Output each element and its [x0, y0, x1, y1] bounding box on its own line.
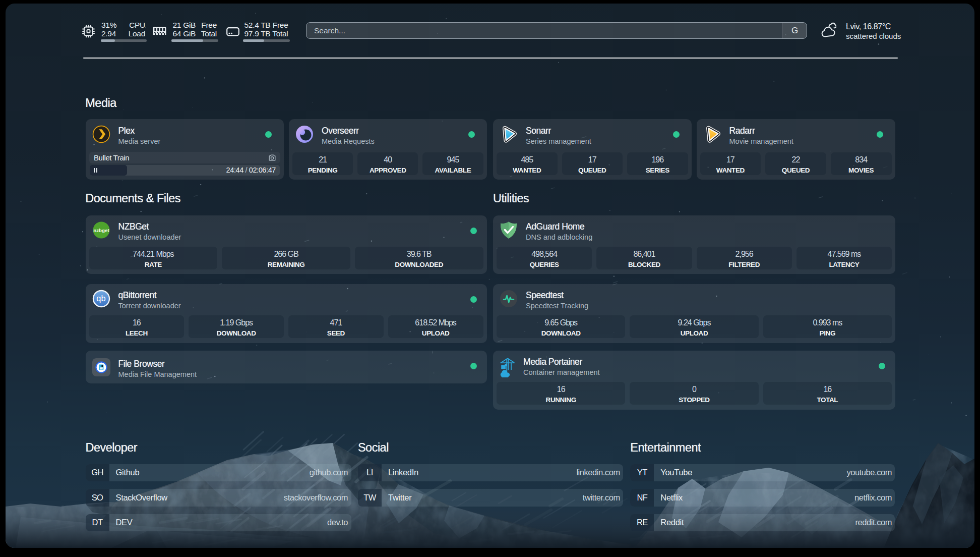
svg-text:qb: qb — [96, 294, 105, 303]
svg-text:nzbget: nzbget — [93, 227, 109, 233]
